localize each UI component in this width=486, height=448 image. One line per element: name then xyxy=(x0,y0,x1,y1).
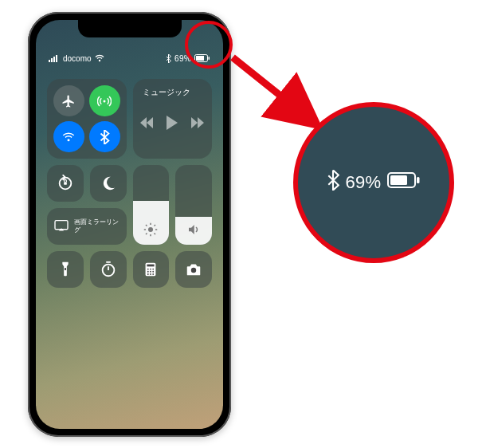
battery-percent-large: 69% xyxy=(346,172,382,193)
svg-point-37 xyxy=(191,268,196,273)
signal-bars-icon xyxy=(49,54,60,62)
screen-mirroring-button[interactable]: 画面ミラーリング xyxy=(47,208,127,245)
calculator-icon xyxy=(142,261,159,278)
bluetooth-icon xyxy=(327,170,339,195)
control-center: ミュージック xyxy=(47,79,212,288)
bluetooth-icon xyxy=(166,54,171,63)
rotation-lock-button[interactable] xyxy=(47,165,84,202)
bluetooth-button[interactable] xyxy=(89,121,120,152)
connectivity-tile[interactable] xyxy=(47,79,127,159)
flashlight-icon xyxy=(57,261,74,278)
svg-point-36 xyxy=(153,273,155,275)
svg-rect-0 xyxy=(49,60,50,62)
wifi-icon xyxy=(95,54,104,62)
svg-line-19 xyxy=(146,234,147,235)
prev-track-icon[interactable] xyxy=(140,117,153,132)
calculator-button[interactable] xyxy=(133,251,170,288)
bluetooth-icon xyxy=(99,130,110,144)
svg-point-30 xyxy=(153,269,155,270)
carrier-label: docomo xyxy=(63,54,92,63)
notch xyxy=(78,20,182,37)
svg-rect-40 xyxy=(390,175,407,185)
phone-frame: docomo 69% xyxy=(28,12,231,437)
airplane-mode-button[interactable] xyxy=(53,85,84,116)
highlight-circle-small xyxy=(185,21,233,69)
svg-rect-21 xyxy=(55,220,68,229)
svg-rect-2 xyxy=(53,57,55,62)
do-not-disturb-button[interactable] xyxy=(90,165,127,202)
wifi-icon xyxy=(61,130,76,144)
timer-button[interactable] xyxy=(90,251,127,288)
svg-rect-27 xyxy=(147,265,155,267)
svg-point-4 xyxy=(98,60,100,61)
svg-rect-1 xyxy=(51,58,53,62)
svg-rect-41 xyxy=(417,177,420,183)
camera-icon xyxy=(185,261,202,278)
play-icon[interactable] xyxy=(166,116,178,133)
flashlight-button[interactable] xyxy=(47,251,84,288)
screen-mirror-icon xyxy=(53,219,69,234)
timer-icon xyxy=(100,261,117,278)
wifi-button[interactable] xyxy=(53,121,84,152)
cellular-icon xyxy=(97,94,112,108)
svg-point-12 xyxy=(148,227,153,232)
svg-point-31 xyxy=(147,271,149,273)
sun-icon xyxy=(143,222,158,240)
volume-slider[interactable] xyxy=(175,165,212,245)
brightness-slider[interactable] xyxy=(133,165,170,245)
svg-point-29 xyxy=(150,269,151,270)
battery-icon xyxy=(387,172,421,193)
music-label: ミュージック xyxy=(143,87,190,98)
moon-icon xyxy=(100,175,117,192)
next-track-icon[interactable] xyxy=(191,117,204,132)
svg-rect-11 xyxy=(64,182,67,185)
svg-line-38 xyxy=(233,57,312,121)
svg-point-9 xyxy=(68,139,70,141)
svg-line-20 xyxy=(155,225,156,226)
svg-line-18 xyxy=(155,234,156,235)
rotation-lock-icon xyxy=(57,175,74,192)
svg-point-32 xyxy=(150,271,151,273)
speaker-icon xyxy=(186,222,201,240)
svg-rect-22 xyxy=(65,268,66,270)
cellular-button[interactable] xyxy=(89,85,120,116)
svg-point-23 xyxy=(102,265,114,277)
highlight-circle-big: 69% xyxy=(293,102,454,263)
svg-point-34 xyxy=(147,273,149,275)
screen: docomo 69% xyxy=(36,20,223,429)
svg-point-8 xyxy=(104,100,106,102)
screen-mirror-label: 画面ミラーリング xyxy=(74,218,120,234)
svg-rect-3 xyxy=(56,55,57,62)
music-tile[interactable]: ミュージック xyxy=(133,79,213,159)
airplane-icon xyxy=(61,94,76,108)
svg-point-33 xyxy=(153,271,155,273)
svg-point-35 xyxy=(150,273,151,275)
svg-line-17 xyxy=(146,225,147,226)
camera-button[interactable] xyxy=(175,251,212,288)
svg-point-28 xyxy=(147,269,149,270)
